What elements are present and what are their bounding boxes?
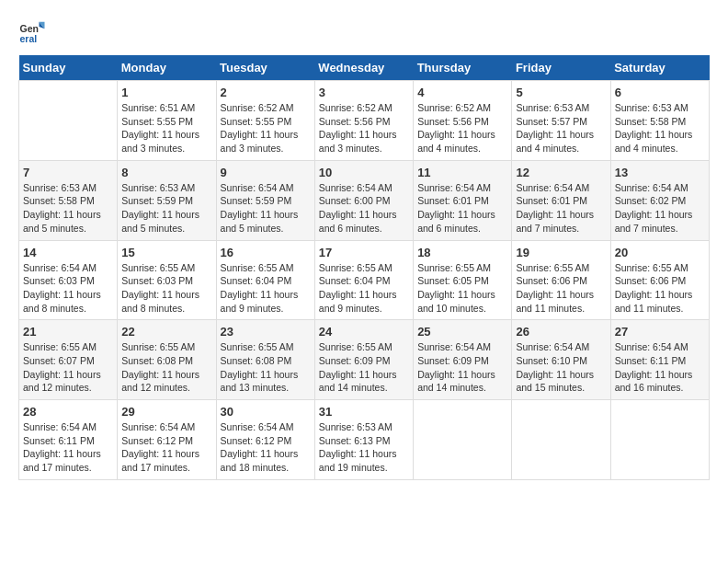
day-info: Sunrise: 6:55 AMSunset: 6:05 PMDaylight:… xyxy=(417,261,507,316)
day-header-thursday: Thursday xyxy=(414,55,512,81)
calendar-cell xyxy=(19,81,118,161)
calendar-cell: 17Sunrise: 6:55 AMSunset: 6:04 PMDayligh… xyxy=(314,240,413,320)
day-info: Sunrise: 6:52 AMSunset: 5:56 PMDaylight:… xyxy=(319,101,409,155)
day-number: 27 xyxy=(615,325,705,339)
day-number: 16 xyxy=(221,246,311,259)
week-row-4: 21Sunrise: 6:55 AMSunset: 6:07 PMDayligh… xyxy=(19,320,710,400)
day-number: 18 xyxy=(417,246,507,259)
calendar-cell: 22Sunrise: 6:55 AMSunset: 6:08 PMDayligh… xyxy=(118,320,216,400)
day-info: Sunrise: 6:54 AMSunset: 6:09 PMDaylight:… xyxy=(417,340,507,395)
calendar-cell: 20Sunrise: 6:55 AMSunset: 6:06 PMDayligh… xyxy=(610,240,709,320)
calendar-cell: 18Sunrise: 6:55 AMSunset: 6:05 PMDayligh… xyxy=(414,240,512,320)
day-header-friday: Friday xyxy=(512,55,610,81)
calendar-cell: 2Sunrise: 6:52 AMSunset: 5:55 PMDaylight… xyxy=(216,81,314,161)
day-number: 30 xyxy=(221,405,311,419)
calendar-cell: 30Sunrise: 6:54 AMSunset: 6:12 PMDayligh… xyxy=(216,400,314,480)
day-number: 22 xyxy=(121,325,211,339)
svg-text:eral: eral xyxy=(20,33,38,44)
day-info: Sunrise: 6:55 AMSunset: 6:09 PMDaylight:… xyxy=(319,340,409,395)
day-info: Sunrise: 6:51 AMSunset: 5:55 PMDaylight:… xyxy=(121,101,211,155)
day-info: Sunrise: 6:53 AMSunset: 5:58 PMDaylight:… xyxy=(615,101,705,155)
day-info: Sunrise: 6:55 AMSunset: 6:04 PMDaylight:… xyxy=(221,261,311,316)
week-row-2: 7Sunrise: 6:53 AMSunset: 5:58 PMDaylight… xyxy=(19,160,710,240)
calendar-cell: 8Sunrise: 6:53 AMSunset: 5:59 PMDaylight… xyxy=(118,160,216,240)
calendar-header-row: SundayMondayTuesdayWednesdayThursdayFrid… xyxy=(19,55,710,81)
day-number: 10 xyxy=(319,166,409,179)
day-number: 17 xyxy=(319,246,409,259)
week-row-5: 28Sunrise: 6:54 AMSunset: 6:11 PMDayligh… xyxy=(19,400,710,480)
day-number: 12 xyxy=(516,166,606,179)
day-info: Sunrise: 6:52 AMSunset: 5:56 PMDaylight:… xyxy=(417,101,507,155)
day-info: Sunrise: 6:55 AMSunset: 6:08 PMDaylight:… xyxy=(121,340,211,395)
day-number: 1 xyxy=(121,86,211,99)
day-number: 15 xyxy=(121,246,211,259)
day-info: Sunrise: 6:55 AMSunset: 6:06 PMDaylight:… xyxy=(516,261,606,316)
calendar-cell: 6Sunrise: 6:53 AMSunset: 5:58 PMDaylight… xyxy=(610,81,709,161)
calendar-cell: 23Sunrise: 6:55 AMSunset: 6:08 PMDayligh… xyxy=(216,320,314,400)
week-row-3: 14Sunrise: 6:54 AMSunset: 6:03 PMDayligh… xyxy=(19,240,710,320)
calendar-cell xyxy=(414,400,512,480)
page-header: Gen eral xyxy=(18,18,710,46)
calendar-cell: 1Sunrise: 6:51 AMSunset: 5:55 PMDaylight… xyxy=(118,81,216,161)
day-number: 31 xyxy=(319,405,409,419)
day-header-monday: Monday xyxy=(118,55,216,81)
day-info: Sunrise: 6:55 AMSunset: 6:03 PMDaylight:… xyxy=(121,261,211,316)
calendar-cell: 27Sunrise: 6:54 AMSunset: 6:11 PMDayligh… xyxy=(610,320,709,400)
day-info: Sunrise: 6:55 AMSunset: 6:06 PMDaylight:… xyxy=(615,261,705,316)
day-number: 7 xyxy=(23,166,113,179)
day-info: Sunrise: 6:55 AMSunset: 6:08 PMDaylight:… xyxy=(221,340,311,395)
calendar-cell: 12Sunrise: 6:54 AMSunset: 6:01 PMDayligh… xyxy=(512,160,610,240)
day-number: 24 xyxy=(319,325,409,339)
calendar-cell: 13Sunrise: 6:54 AMSunset: 6:02 PMDayligh… xyxy=(610,160,709,240)
day-info: Sunrise: 6:54 AMSunset: 5:59 PMDaylight:… xyxy=(221,181,311,236)
day-number: 2 xyxy=(221,86,311,99)
day-number: 11 xyxy=(417,166,507,179)
calendar-cell: 31Sunrise: 6:53 AMSunset: 6:13 PMDayligh… xyxy=(314,400,413,480)
calendar-cell: 3Sunrise: 6:52 AMSunset: 5:56 PMDaylight… xyxy=(314,81,413,161)
calendar-cell: 29Sunrise: 6:54 AMSunset: 6:12 PMDayligh… xyxy=(118,400,216,480)
day-info: Sunrise: 6:54 AMSunset: 6:01 PMDaylight:… xyxy=(417,181,507,236)
day-header-sunday: Sunday xyxy=(19,55,118,81)
day-number: 9 xyxy=(221,166,311,179)
day-number: 29 xyxy=(121,405,211,419)
day-number: 19 xyxy=(516,246,606,259)
calendar-cell: 26Sunrise: 6:54 AMSunset: 6:10 PMDayligh… xyxy=(512,320,610,400)
day-info: Sunrise: 6:54 AMSunset: 6:11 PMDaylight:… xyxy=(615,340,705,395)
calendar-cell: 11Sunrise: 6:54 AMSunset: 6:01 PMDayligh… xyxy=(414,160,512,240)
day-info: Sunrise: 6:53 AMSunset: 5:59 PMDaylight:… xyxy=(121,181,211,236)
calendar-cell: 15Sunrise: 6:55 AMSunset: 6:03 PMDayligh… xyxy=(118,240,216,320)
day-number: 23 xyxy=(221,325,311,339)
day-number: 20 xyxy=(615,246,705,259)
calendar-table: SundayMondayTuesdayWednesdayThursdayFrid… xyxy=(18,55,710,480)
logo-icon: Gen eral xyxy=(18,18,46,46)
day-number: 13 xyxy=(615,166,705,179)
day-info: Sunrise: 6:53 AMSunset: 6:13 PMDaylight:… xyxy=(319,420,409,475)
week-row-1: 1Sunrise: 6:51 AMSunset: 5:55 PMDaylight… xyxy=(19,81,710,161)
calendar-cell: 24Sunrise: 6:55 AMSunset: 6:09 PMDayligh… xyxy=(314,320,413,400)
calendar-cell xyxy=(610,400,709,480)
day-number: 14 xyxy=(23,246,113,259)
day-number: 28 xyxy=(23,405,113,419)
day-info: Sunrise: 6:54 AMSunset: 6:12 PMDaylight:… xyxy=(221,420,311,475)
day-info: Sunrise: 6:54 AMSunset: 6:12 PMDaylight:… xyxy=(121,420,211,475)
day-number: 4 xyxy=(417,86,507,99)
calendar-cell: 14Sunrise: 6:54 AMSunset: 6:03 PMDayligh… xyxy=(19,240,118,320)
day-info: Sunrise: 6:53 AMSunset: 5:58 PMDaylight:… xyxy=(23,181,113,236)
logo: Gen eral xyxy=(18,18,50,46)
day-info: Sunrise: 6:54 AMSunset: 6:01 PMDaylight:… xyxy=(516,181,606,236)
day-info: Sunrise: 6:55 AMSunset: 6:04 PMDaylight:… xyxy=(319,261,409,316)
day-info: Sunrise: 6:53 AMSunset: 5:57 PMDaylight:… xyxy=(516,101,606,155)
day-number: 21 xyxy=(23,325,113,339)
day-info: Sunrise: 6:55 AMSunset: 6:07 PMDaylight:… xyxy=(23,340,113,395)
calendar-cell: 10Sunrise: 6:54 AMSunset: 6:00 PMDayligh… xyxy=(314,160,413,240)
day-number: 26 xyxy=(516,325,606,339)
day-number: 3 xyxy=(319,86,409,99)
day-info: Sunrise: 6:54 AMSunset: 6:10 PMDaylight:… xyxy=(516,340,606,395)
calendar-cell: 5Sunrise: 6:53 AMSunset: 5:57 PMDaylight… xyxy=(512,81,610,161)
calendar-cell: 4Sunrise: 6:52 AMSunset: 5:56 PMDaylight… xyxy=(414,81,512,161)
day-info: Sunrise: 6:54 AMSunset: 6:02 PMDaylight:… xyxy=(615,181,705,236)
day-info: Sunrise: 6:54 AMSunset: 6:03 PMDaylight:… xyxy=(23,261,113,316)
calendar-cell: 7Sunrise: 6:53 AMSunset: 5:58 PMDaylight… xyxy=(19,160,118,240)
day-number: 6 xyxy=(615,86,705,99)
day-number: 8 xyxy=(121,166,211,179)
